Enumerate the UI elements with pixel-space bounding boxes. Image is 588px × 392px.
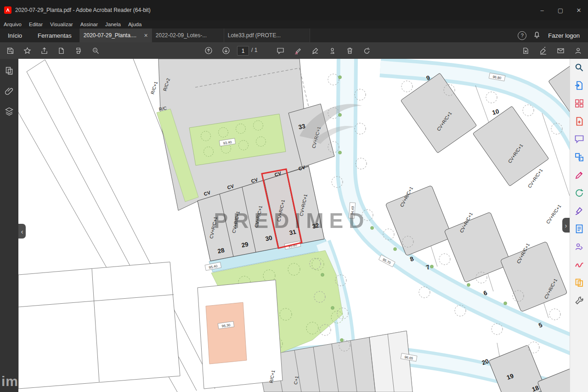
doc-tab-label: 2020-07-29_Planta.... bbox=[84, 32, 141, 39]
highlighter-icon[interactable] bbox=[291, 44, 304, 57]
tab-ferramentas[interactable]: Ferramentas bbox=[30, 28, 79, 42]
acrobat-icon bbox=[4, 6, 11, 14]
zoom-icon[interactable] bbox=[89, 44, 102, 57]
window-titlebar: 2020-07-29_Planta.pdf - Adobe Acrobat Re… bbox=[0, 0, 588, 20]
page-number-input[interactable]: 1 bbox=[237, 46, 249, 56]
rotate-icon[interactable] bbox=[360, 44, 373, 57]
tabbar-spacer bbox=[310, 28, 518, 42]
svg-text:30: 30 bbox=[265, 234, 273, 243]
trash-icon[interactable] bbox=[343, 44, 356, 57]
tab-bar: Início Ferramentas 2020-07-29_Planta....… bbox=[0, 28, 588, 43]
page-thumbnails-icon[interactable] bbox=[5, 66, 14, 77]
sign-in-link[interactable]: Fazer logon bbox=[548, 32, 580, 39]
notifications-bell-icon[interactable] bbox=[533, 31, 541, 40]
svg-text:PREDIMED: PREDIMED bbox=[214, 209, 370, 233]
fill-sign-icon[interactable] bbox=[537, 44, 549, 57]
doc-tab-lotes[interactable]: 2022-02-09_Lotes-... bbox=[152, 28, 224, 42]
export-page-icon[interactable] bbox=[55, 44, 68, 57]
star-icon[interactable] bbox=[21, 44, 34, 57]
collapse-left-panel-arrow[interactable]: ‹ bbox=[18, 224, 26, 239]
menu-bar: Arquivo Editar Visualizar Assinar Janela… bbox=[0, 20, 588, 28]
attachments-icon[interactable] bbox=[5, 86, 14, 97]
close-button[interactable]: ✕ bbox=[570, 0, 588, 20]
save-icon[interactable] bbox=[4, 44, 17, 57]
doc-tab-label: Lote33.pdf (PROTE... bbox=[228, 32, 306, 39]
building-southwest bbox=[198, 280, 283, 389]
site-plan: 93.40 95.40 95.80 94.49 95.70 96.65 96.8… bbox=[18, 59, 570, 392]
comment-icon[interactable] bbox=[274, 44, 287, 57]
tab-inicio[interactable]: Início bbox=[0, 28, 30, 42]
collapse-right-panel-arrow[interactable]: › bbox=[562, 218, 570, 233]
main-toolbar: 1 / 1 bbox=[0, 42, 588, 59]
menu-arquivo[interactable]: Arquivo bbox=[0, 22, 25, 27]
print-icon[interactable] bbox=[72, 44, 85, 57]
stamp-tool-icon[interactable] bbox=[574, 278, 584, 288]
sign-tool-icon[interactable] bbox=[574, 260, 584, 270]
create-pdf-icon[interactable] bbox=[574, 116, 584, 126]
comment-tool-icon[interactable] bbox=[574, 134, 584, 144]
layers-icon[interactable] bbox=[5, 107, 14, 118]
window-title: 2020-07-29_Planta.pdf - Adobe Acrobat Re… bbox=[15, 7, 151, 13]
menu-editar[interactable]: Editar bbox=[25, 22, 46, 27]
maximize-button[interactable]: ▢ bbox=[551, 0, 570, 20]
organize-pages-icon[interactable] bbox=[574, 98, 584, 108]
mail-icon[interactable] bbox=[554, 44, 567, 57]
close-tab-icon[interactable]: × bbox=[144, 32, 148, 39]
export-pdf-icon[interactable] bbox=[519, 44, 532, 57]
menu-assinar[interactable]: Assinar bbox=[77, 22, 102, 27]
page-total-label: / 1 bbox=[251, 47, 257, 53]
fill-sign-tool-icon[interactable] bbox=[574, 206, 584, 216]
svg-text:29: 29 bbox=[241, 241, 249, 249]
window-controls: – ▢ ✕ bbox=[533, 0, 588, 20]
export-pdf-tool-icon[interactable] bbox=[574, 80, 584, 91]
page-up-icon[interactable] bbox=[202, 44, 215, 57]
scan-ocr-icon[interactable] bbox=[574, 224, 584, 234]
pdf-canvas: 93.40 95.40 95.80 94.49 95.70 96.65 96.8… bbox=[18, 59, 570, 392]
menu-ajuda[interactable]: Ajuda bbox=[124, 22, 145, 27]
page-down-icon[interactable] bbox=[220, 44, 232, 57]
menu-janela[interactable]: Janela bbox=[102, 22, 124, 27]
share-icon[interactable] bbox=[38, 44, 51, 57]
doc-tab-planta[interactable]: 2020-07-29_Planta.... × bbox=[79, 28, 152, 42]
stamp-icon[interactable] bbox=[326, 44, 339, 57]
menu-visualizar[interactable]: Visualizar bbox=[46, 22, 77, 27]
search-tools-icon[interactable] bbox=[574, 62, 584, 73]
left-panel-rail bbox=[0, 59, 18, 392]
edit-pdf-icon[interactable] bbox=[574, 170, 584, 180]
tools-rail bbox=[570, 59, 588, 392]
account-icon[interactable] bbox=[571, 44, 584, 57]
sign-pen-icon[interactable] bbox=[309, 44, 322, 57]
help-icon[interactable]: ? bbox=[518, 31, 526, 40]
combine-files-icon[interactable] bbox=[574, 152, 584, 162]
corner-watermark: im bbox=[1, 374, 18, 389]
request-signatures-icon[interactable] bbox=[574, 242, 584, 252]
doc-tab-label: 2022-02-09_Lotes-... bbox=[156, 32, 220, 39]
patio-salmon bbox=[206, 302, 247, 364]
more-tools-icon[interactable] bbox=[574, 295, 584, 306]
compress-pdf-icon[interactable] bbox=[574, 188, 584, 198]
doc-tab-lote33[interactable]: Lote33.pdf (PROTE... bbox=[224, 28, 310, 42]
minimize-button[interactable]: – bbox=[533, 0, 551, 20]
